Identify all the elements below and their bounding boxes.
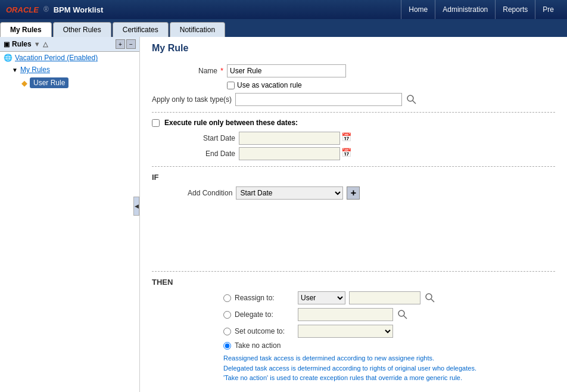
add-condition-label: Add Condition [188, 189, 232, 197]
sidebar-controls: + − [116, 39, 136, 49]
then-label: THEN [152, 278, 555, 287]
my-rules-item[interactable]: ▼ My Rules [0, 64, 139, 76]
svg-line-5 [404, 316, 407, 319]
delegate-input[interactable] [298, 308, 393, 321]
outcome-label: Set outcome to: [235, 327, 294, 335]
vacation-checkbox-label: Use as vacation rule [237, 81, 302, 89]
reassign-type-select[interactable]: User Group Role [298, 291, 345, 304]
divider-3 [152, 271, 555, 272]
execute-dates-checkbox[interactable] [152, 119, 160, 127]
outcome-radio[interactable] [223, 328, 231, 335]
sidebar-collapse-handle[interactable]: ◀ [133, 197, 139, 216]
delegate-radio[interactable] [223, 311, 231, 319]
name-row: Name * [152, 64, 555, 77]
end-date-input[interactable] [239, 147, 340, 160]
logo-area: ORACLE ® BPM Worklist [6, 5, 103, 14]
tab-certificates[interactable]: Certificates [113, 22, 169, 37]
sidebar-header: ▣ Rules ▼ △ + − [0, 37, 139, 52]
sidebar-header-title: ▣ Rules ▼ △ [4, 40, 48, 48]
sort-icon: ▼ [34, 41, 40, 48]
reassign-search-btn[interactable] [424, 292, 436, 304]
info-text-area: Reassigned task access is determined acc… [223, 353, 555, 383]
tab-other-rules[interactable]: Other Rules [53, 22, 111, 37]
search-icon [406, 94, 417, 105]
tree-collapse-icon[interactable]: ▣ [4, 41, 10, 48]
svg-point-0 [407, 95, 413, 101]
oracle-logo: ORACLE [6, 5, 39, 14]
task-type-row: Apply only to task type(s) [152, 93, 555, 106]
task-type-label: Apply only to task type(s) [152, 95, 232, 104]
delegate-label: Delegate to: [235, 310, 294, 319]
outcome-select[interactable] [298, 325, 393, 338]
tab-bar: My Rules Other Rules Certificates Notifi… [0, 19, 567, 37]
reassign-user-input[interactable] [349, 291, 420, 304]
svg-point-2 [426, 294, 432, 300]
execute-dates-row: Execute rule only between these dates: [152, 119, 555, 127]
info-line-3: 'Take no action' is used to create excep… [223, 373, 555, 383]
delegate-search-btn[interactable] [397, 309, 409, 321]
vacation-period-item[interactable]: 🌐 Vacation Period (Enabled) [0, 52, 139, 64]
delegate-search-icon [397, 309, 408, 320]
reassign-radio[interactable] [223, 294, 231, 302]
if-label: IF [152, 173, 555, 182]
sidebar: ▣ Rules ▼ △ + − 🌐 Vacation Period (Enabl… [0, 37, 140, 392]
start-date-row: Start Date 📅 [188, 132, 555, 145]
delegate-row: Delegate to: [223, 308, 555, 321]
condition-select[interactable]: Start Date End Date Priority Task Type [236, 186, 343, 200]
tab-my-rules[interactable]: My Rules [0, 22, 52, 37]
execute-dates-label: Execute rule only between these dates: [164, 119, 298, 127]
take-no-action-label: Take no action [235, 341, 294, 350]
end-date-label: End Date [188, 150, 235, 158]
page-title: My Rule [152, 43, 555, 56]
add-condition-row: Add Condition Start Date End Date Priori… [188, 186, 555, 200]
svg-line-1 [413, 101, 416, 104]
diamond-icon: ◆ [21, 79, 27, 88]
if-section: IF Add Condition Start Date End Date Pri… [152, 173, 555, 200]
vacation-period-label: Vacation Period (Enabled) [15, 54, 98, 62]
outcome-row: Set outcome to: [223, 325, 555, 338]
tab-notification[interactable]: Notification [170, 22, 225, 37]
rules-label: Rules [12, 40, 32, 48]
info-line-1: Reassigned task access is determined acc… [223, 353, 555, 363]
logo-separator: ® [43, 5, 49, 14]
svg-point-4 [398, 310, 404, 316]
task-search-btn[interactable] [406, 94, 418, 105]
reassign-search-icon [425, 293, 435, 303]
end-date-calendar-icon[interactable]: 📅 [341, 148, 353, 160]
info-line-2: Delegated task access is determined acco… [223, 363, 555, 374]
user-rule-label: User Rule [30, 77, 68, 88]
vacation-checkbox-row: Use as vacation rule [227, 81, 555, 89]
nav-administration[interactable]: Administration [435, 0, 495, 19]
expand-icon: △ [43, 41, 48, 48]
expand-arrow[interactable]: ▼ [12, 67, 18, 73]
divider-1 [152, 112, 555, 113]
nav-reports[interactable]: Reports [495, 0, 535, 19]
task-type-input[interactable] [235, 93, 402, 106]
then-section: THEN Reassign to: User Group Role [152, 278, 555, 383]
bpm-title: BPM Worklist [54, 5, 104, 14]
add-condition-btn[interactable]: + [347, 186, 360, 200]
sidebar-add-btn[interactable]: + [116, 39, 125, 49]
main-layout: ▣ Rules ▼ △ + − 🌐 Vacation Period (Enabl… [0, 37, 567, 392]
globe-icon: 🌐 [4, 54, 13, 62]
start-date-calendar-icon[interactable]: 📅 [341, 132, 353, 144]
top-header: ORACLE ® BPM Worklist Home Administratio… [0, 0, 567, 19]
nav-home[interactable]: Home [401, 0, 435, 19]
svg-line-3 [431, 299, 434, 302]
user-rule-item[interactable]: ◆ User Rule [0, 76, 139, 90]
start-date-input[interactable] [239, 132, 340, 145]
divider-2 [152, 166, 555, 167]
nav-pre[interactable]: Pre [535, 0, 561, 19]
take-no-action-row: Take no action [223, 341, 555, 350]
name-label: Name * [152, 67, 223, 75]
reassign-label: Reassign to: [235, 294, 294, 302]
my-rules-label: My Rules [20, 66, 50, 74]
vacation-checkbox[interactable] [227, 82, 235, 89]
end-date-row: End Date 📅 [188, 147, 555, 160]
start-date-label: Start Date [188, 134, 235, 142]
name-input[interactable] [227, 64, 346, 77]
sidebar-remove-btn[interactable]: − [126, 39, 136, 49]
top-nav: Home Administration Reports Pre [401, 0, 561, 19]
reassign-row: Reassign to: User Group Role [223, 291, 555, 304]
take-no-action-radio[interactable] [223, 342, 231, 350]
